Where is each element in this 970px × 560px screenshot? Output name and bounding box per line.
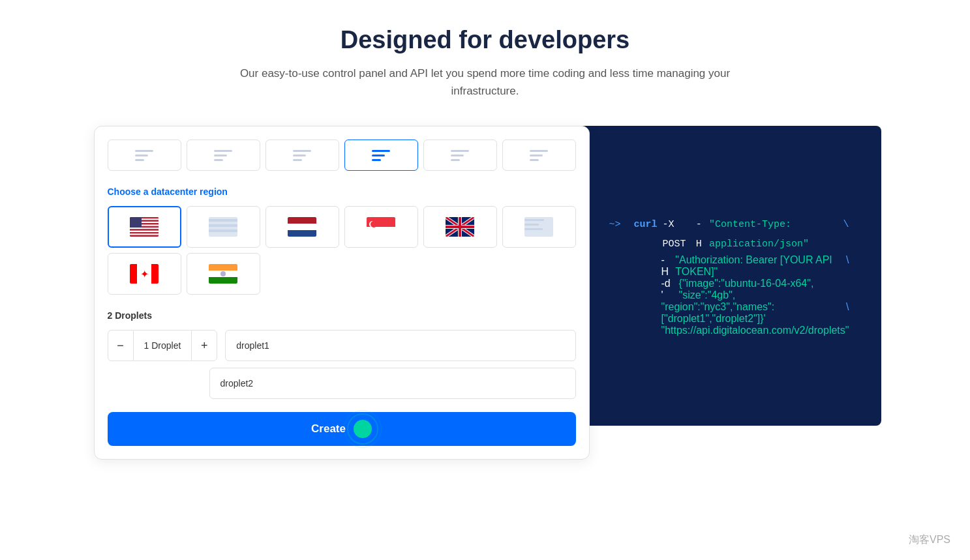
- svg-rect-37: [524, 224, 539, 226]
- droplet2-name-input[interactable]: [209, 368, 576, 399]
- code-line-5: "https://api.digitalocean.com/v2/droplet…: [609, 325, 849, 336]
- code-panel: ~> curl -X POST -H "Content-Type: applic…: [577, 126, 882, 426]
- svg-rect-12: [130, 234, 159, 235]
- main-content: Choose a datacenter region: [94, 126, 877, 460]
- code-bs-1: \: [843, 215, 849, 235]
- code-data-2: "region":"nyc3","names":["droplet1","dro…: [661, 301, 841, 325]
- svg-rect-17: [209, 224, 237, 227]
- svg-rect-40: [130, 264, 137, 284]
- tab-3[interactable]: [265, 140, 339, 171]
- svg-rect-43: [209, 264, 237, 271]
- region-grid-row1: [108, 206, 576, 248]
- region-empty-1: [265, 253, 339, 295]
- tab-6[interactable]: [502, 140, 576, 171]
- code-flag-d: -d ': [661, 278, 674, 301]
- svg-rect-23: [367, 227, 395, 237]
- svg-rect-19: [288, 217, 316, 224]
- control-panel: Choose a datacenter region: [94, 126, 590, 460]
- region-lon[interactable]: [423, 206, 497, 248]
- region-nyc[interactable]: [108, 206, 181, 248]
- tab-2[interactable]: [187, 140, 260, 171]
- region-empty-4: [502, 253, 576, 295]
- tab-5[interactable]: [423, 140, 497, 171]
- code-url: "https://api.digitalocean.com/v2/droplet…: [661, 325, 849, 336]
- code-line-3: -d ' {"image":"ubuntu-16-04-x64", "size"…: [609, 278, 849, 301]
- create-button[interactable]: Create: [108, 412, 576, 446]
- code-bs-2: \: [846, 254, 849, 266]
- svg-rect-11: [130, 232, 159, 233]
- svg-rect-45: [209, 277, 237, 284]
- code-flag-x: -X POST: [663, 215, 691, 254]
- region-empty-3: [423, 253, 497, 295]
- datacenter-section-title: Choose a datacenter region: [108, 186, 576, 197]
- increment-button[interactable]: +: [191, 330, 217, 361]
- watermark: 淘客VPS: [909, 533, 950, 547]
- region-empty-2: [344, 253, 418, 295]
- code-flag-h2: -H: [661, 254, 671, 278]
- svg-rect-9: [130, 229, 159, 231]
- region-fra[interactable]: [502, 206, 576, 248]
- hero-section: Designed for developers Our easy-to-use …: [237, 26, 733, 100]
- code-line-2: -H "Authorization: Bearer [YOUR API TOKE…: [609, 254, 849, 278]
- svg-rect-36: [524, 219, 544, 221]
- create-btn-row: Create: [108, 412, 576, 446]
- code-prompt: ~>: [609, 215, 629, 235]
- svg-rect-18: [209, 229, 237, 232]
- svg-rect-34: [459, 217, 461, 237]
- svg-rect-21: [288, 230, 316, 237]
- svg-rect-16: [209, 219, 237, 222]
- svg-text:✦: ✦: [140, 269, 149, 280]
- create-button-label: Create: [311, 422, 346, 435]
- svg-rect-8: [130, 228, 159, 229]
- hero-subtitle: Our easy-to-use control panel and API le…: [237, 65, 733, 100]
- code-content-type: "Content-Type: application/json": [709, 215, 838, 254]
- code-line-4: "region":"nyc3","names":["droplet1","dro…: [609, 301, 849, 325]
- region-grid-row2: ✦: [108, 253, 576, 295]
- svg-rect-41: [151, 264, 159, 284]
- decrement-button[interactable]: −: [108, 330, 134, 361]
- tab-4[interactable]: [344, 140, 418, 171]
- counter-display: 1 Droplet: [134, 330, 192, 361]
- tab-1[interactable]: [108, 140, 181, 171]
- code-data-1: {"image":"ubuntu-16-04-x64", "size":"4gb…: [679, 278, 849, 301]
- hero-title: Designed for developers: [237, 26, 733, 54]
- droplet-counter-row: − 1 Droplet +: [108, 330, 576, 361]
- region-sfo[interactable]: [187, 206, 260, 248]
- region-tor[interactable]: ✦: [108, 253, 181, 295]
- svg-point-46: [220, 271, 226, 276]
- svg-point-25: [371, 221, 377, 228]
- region-blr[interactable]: [187, 253, 260, 295]
- create-button-dot: [354, 420, 372, 438]
- tab-row: [108, 140, 576, 171]
- droplets-section-title: 2 Droplets: [108, 310, 576, 321]
- code-cmd: curl: [634, 215, 658, 235]
- svg-rect-20: [288, 224, 316, 230]
- svg-rect-38: [524, 228, 543, 230]
- code-bs-4: \: [846, 301, 849, 313]
- svg-rect-14: [130, 217, 142, 228]
- svg-rect-10: [130, 231, 159, 232]
- droplet1-name-input[interactable]: [225, 330, 575, 361]
- region-ams[interactable]: [265, 206, 339, 248]
- second-droplet-row: [108, 368, 576, 399]
- code-auth: "Authorization: Bearer [YOUR API TOKEN]": [675, 254, 841, 278]
- svg-rect-13: [130, 235, 159, 237]
- code-line-1: ~> curl -X POST -H "Content-Type: applic…: [609, 215, 849, 254]
- region-sgp[interactable]: [344, 206, 418, 248]
- code-flag-h1: -H: [696, 215, 704, 254]
